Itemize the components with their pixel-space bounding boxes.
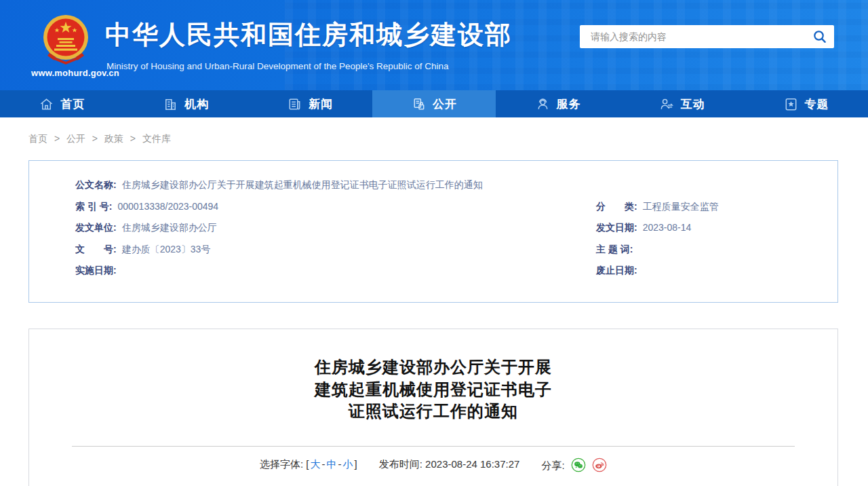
bracket: [ — [306, 458, 309, 470]
nav-item-home[interactable]: 首页 — [0, 90, 124, 117]
font-size-small-link[interactable]: 小 — [342, 458, 353, 470]
document-metadata-box: 公文名称:住房城乡建设部办公厅关于开展建筑起重机械使用登记证书电子证照试运行工作… — [28, 160, 838, 303]
breadcrumb-home[interactable]: 首页 — [28, 133, 47, 144]
publish-time-value: 2023-08-24 16:37:27 — [425, 458, 519, 470]
nav-item-news[interactable]: 新闻 — [248, 90, 372, 117]
share-label: 分享: — [542, 460, 565, 471]
nav-label: 服务 — [557, 96, 581, 112]
title-divider — [72, 446, 795, 447]
document-title-line: 证照试运行工作的通知 — [29, 400, 837, 423]
weibo-icon[interactable] — [592, 457, 607, 472]
publish-time-label: 发布时间: — [379, 458, 422, 470]
breadcrumb-separator: > — [130, 133, 136, 144]
nav-item-topics[interactable]: 专题 — [744, 90, 868, 117]
issue-date-value: 2023-08-14 — [643, 222, 692, 233]
breadcrumb: 首页 > 公开 > 政策 > 文件库 — [28, 133, 171, 145]
nav-label: 专题 — [805, 96, 829, 112]
disclosure-icon — [411, 96, 427, 112]
category-value: 工程质量安全监管 — [643, 201, 719, 212]
doc-name-label: 公文名称: — [75, 179, 117, 190]
site-header: www.mohurd.gov.cn 中华人民共和国住房和城乡建设部 Minist… — [0, 0, 868, 90]
publish-time: 发布时间: 2023-08-24 16:37:27 — [379, 458, 520, 471]
search-icon — [812, 29, 827, 44]
index-number-value: 000013338/2023-00494 — [117, 201, 218, 212]
nav-label: 公开 — [433, 96, 457, 112]
nav-label: 首页 — [60, 96, 85, 112]
font-size-selector: 选择字体: [大-中-小] — [260, 458, 357, 471]
main-nav: 首页 机构 新闻 公开 服务 互动 — [0, 90, 868, 117]
bracket: ] — [354, 458, 357, 470]
national-emblem-logo[interactable] — [41, 14, 91, 67]
nav-label: 机构 — [184, 96, 209, 112]
document-title-line: 建筑起重机械使用登记证书电子 — [29, 379, 837, 401]
search-box — [580, 25, 834, 48]
organization-icon — [163, 96, 178, 112]
nav-item-interaction[interactable]: 互动 — [620, 90, 744, 117]
share-group: 分享: — [542, 457, 608, 472]
search-button[interactable] — [808, 29, 834, 44]
implementation-date-label: 实施日期: — [75, 265, 117, 276]
site-title: 中华人民共和国住房和城乡建设部 — [105, 18, 512, 52]
doc-name-value: 住房城乡建设部办公厅关于开展建筑起重机械使用登记证书电子证照试运行工作的通知 — [122, 179, 483, 190]
index-number-label: 索 引 号: — [75, 201, 112, 212]
breadcrumb-policy[interactable]: 政策 — [104, 133, 123, 144]
service-icon — [535, 96, 551, 112]
issuer-label: 发文单位: — [75, 222, 117, 233]
interaction-icon — [659, 96, 675, 112]
font-size-medium-link[interactable]: 中 — [326, 458, 336, 470]
repeal-date-label: 废止日期: — [596, 265, 637, 276]
nav-label: 互动 — [681, 96, 705, 112]
meta-row-doc-name: 公文名称:住房城乡建设部办公厅关于开展建筑起重机械使用登记证书电子证照试运行工作… — [29, 174, 837, 196]
topics-icon — [783, 96, 799, 112]
font-select-label: 选择字体: — [260, 458, 303, 470]
dash: - — [338, 458, 341, 470]
document-title: 住房城乡建设部办公厅关于开展 建筑起重机械使用登记证书电子 证照试运行工作的通知 — [29, 356, 837, 423]
category-label: 分 类: — [596, 201, 637, 212]
breadcrumb-separator: > — [54, 133, 60, 144]
wechat-icon[interactable] — [571, 457, 586, 472]
home-icon — [39, 96, 54, 112]
search-input[interactable] — [589, 31, 808, 43]
meta-row-index-category: 索 引 号:000013338/2023-00494 分 类:工程质量安全监管 — [29, 196, 837, 218]
document-content-box: 住房城乡建设部办公厅关于开展 建筑起重机械使用登记证书电子 证照试运行工作的通知… — [28, 329, 838, 486]
breadcrumb-disclosure[interactable]: 公开 — [66, 133, 85, 144]
breadcrumb-file-library: 文件库 — [142, 133, 171, 144]
breadcrumb-separator: > — [92, 133, 98, 144]
nav-item-service[interactable]: 服务 — [496, 90, 620, 117]
doc-number-label: 文 号: — [75, 244, 117, 255]
document-title-line: 住房城乡建设部办公厅关于开展 — [29, 356, 837, 379]
news-icon — [287, 96, 302, 112]
nav-item-disclosure[interactable]: 公开 — [372, 90, 496, 117]
meta-row-impl-repeal: 实施日期: 废止日期: — [29, 260, 837, 282]
font-size-large-link[interactable]: 大 — [310, 458, 320, 470]
nav-label: 新闻 — [309, 96, 333, 112]
nav-item-organization[interactable]: 机构 — [124, 90, 248, 117]
issuer-value: 住房城乡建设部办公厅 — [122, 222, 217, 233]
doc-number-value: 建办质〔2023〕33号 — [122, 244, 211, 255]
site-subtitle-english: Ministry of Housing and Urban-Rural Deve… — [106, 61, 449, 71]
issue-date-label: 发文日期: — [596, 222, 637, 233]
meta-row-issuer-date: 发文单位:住房城乡建设部办公厅 发文日期:2023-08-14 — [29, 217, 837, 239]
document-meta-row: 选择字体: [大-中-小] 发布时间: 2023-08-24 16:37:27 … — [29, 457, 837, 472]
meta-row-docno-subject: 文 号:建办质〔2023〕33号 主 题 词: — [29, 239, 837, 261]
dash: - — [321, 458, 325, 470]
subject-words-label: 主 题 词: — [596, 244, 633, 255]
